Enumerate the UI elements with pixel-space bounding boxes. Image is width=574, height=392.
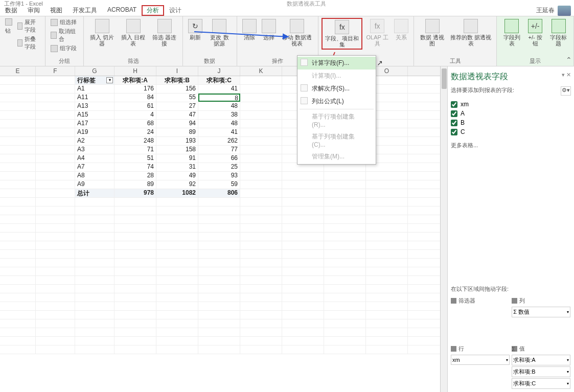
cell[interactable] <box>36 233 75 241</box>
cell[interactable] <box>36 163 75 171</box>
cell[interactable] <box>0 146 36 154</box>
col-header-A[interactable]: 求和项:A <box>114 76 156 84</box>
ungroup-button[interactable]: 取消组合 <box>49 27 81 43</box>
row-label[interactable]: A8 <box>75 172 114 180</box>
cell[interactable] <box>36 137 75 145</box>
cell[interactable] <box>198 337 240 345</box>
value-cell[interactable]: 61 <box>114 102 156 110</box>
cell[interactable] <box>324 328 366 336</box>
cell[interactable] <box>36 146 75 154</box>
cell[interactable] <box>282 345 324 354</box>
cell[interactable] <box>114 293 156 302</box>
value-cell[interactable]: 49 <box>156 172 198 180</box>
row-label[interactable]: A15 <box>75 111 114 119</box>
row-label[interactable]: A19 <box>75 128 114 136</box>
cell[interactable] <box>324 259 366 267</box>
cell[interactable] <box>0 102 36 110</box>
cell[interactable] <box>198 267 240 275</box>
relations-button[interactable]: 关系 <box>392 18 410 41</box>
cell[interactable] <box>75 311 114 319</box>
cell[interactable] <box>240 250 282 258</box>
value-cell[interactable]: 4 <box>114 111 156 119</box>
cell[interactable] <box>36 259 75 267</box>
filter-conn-button[interactable]: 筛选 器连接 <box>149 18 179 48</box>
cell[interactable] <box>0 311 36 319</box>
cell[interactable] <box>156 241 198 249</box>
cell[interactable] <box>240 328 282 336</box>
pm-buttons-button[interactable]: +/-+/- 按钮 <box>525 18 546 48</box>
cell[interactable] <box>36 94 75 102</box>
col-header-C[interactable]: 求和项:C <box>198 76 240 84</box>
value-cell[interactable]: 27 <box>156 102 198 110</box>
cell[interactable] <box>282 267 324 275</box>
cell[interactable] <box>240 311 282 319</box>
row-label[interactable]: A3 <box>75 146 114 154</box>
cell[interactable] <box>324 311 366 319</box>
values-zone[interactable]: Σ值 求和项:A▾求和项:B▾求和项:C▾ <box>512 343 570 390</box>
cell[interactable] <box>114 241 156 249</box>
cell[interactable] <box>366 215 408 223</box>
cell[interactable] <box>0 302 36 310</box>
cell[interactable] <box>240 302 282 310</box>
cell[interactable] <box>36 198 75 206</box>
cell[interactable] <box>0 198 36 206</box>
row-label[interactable]: A11 <box>75 94 114 102</box>
cell[interactable] <box>282 172 324 180</box>
cell[interactable] <box>75 337 114 345</box>
cell[interactable] <box>282 328 324 336</box>
cell[interactable] <box>156 345 198 354</box>
cell[interactable] <box>0 206 36 215</box>
value-cell[interactable]: 38 <box>198 111 240 119</box>
col-header-B[interactable]: 求和项:B <box>156 76 198 84</box>
cell[interactable] <box>240 259 282 267</box>
cell[interactable] <box>240 180 282 189</box>
value-cell[interactable]: 77 <box>198 146 240 154</box>
cell[interactable] <box>0 319 36 328</box>
cell[interactable] <box>0 250 36 258</box>
cell[interactable] <box>0 215 36 223</box>
cell[interactable] <box>282 302 324 310</box>
expand-field-button[interactable]: 展开字段 <box>15 18 42 34</box>
value-cell[interactable]: 248 <box>114 137 156 145</box>
cell[interactable] <box>0 241 36 249</box>
more-tables-link[interactable]: 更多表格... <box>451 139 571 152</box>
cell[interactable] <box>36 328 75 336</box>
refresh-button[interactable]: ↻刷新 <box>186 18 204 41</box>
cell[interactable] <box>0 85 36 93</box>
cell[interactable] <box>156 328 198 336</box>
cell[interactable] <box>282 180 324 189</box>
row-label[interactable]: A17 <box>75 120 114 128</box>
grand-total[interactable]: 978 <box>114 189 156 197</box>
value-cell[interactable]: 24 <box>114 128 156 136</box>
tab-dev[interactable]: 开发工具 <box>67 5 102 16</box>
cell[interactable] <box>282 215 324 223</box>
cell[interactable] <box>36 154 75 163</box>
grand-total[interactable]: 1082 <box>156 189 198 197</box>
cell[interactable] <box>0 276 36 284</box>
cell[interactable] <box>240 163 282 171</box>
cell[interactable] <box>198 285 240 293</box>
cell[interactable] <box>324 319 366 328</box>
cell[interactable] <box>366 328 408 336</box>
cell[interactable] <box>282 233 324 241</box>
value-cell[interactable]: 176 <box>114 85 156 93</box>
cell[interactable] <box>282 189 324 197</box>
cell[interactable] <box>240 224 282 232</box>
cell[interactable] <box>366 319 408 328</box>
cell[interactable] <box>240 267 282 275</box>
cell[interactable] <box>0 128 36 136</box>
cell[interactable] <box>282 241 324 249</box>
cell[interactable] <box>282 250 324 258</box>
cell[interactable] <box>366 180 408 189</box>
cell[interactable] <box>36 241 75 249</box>
value-cell[interactable]: 84 <box>114 94 156 102</box>
cell[interactable] <box>198 233 240 241</box>
cell[interactable] <box>156 311 198 319</box>
value-cell[interactable]: 91 <box>156 154 198 163</box>
cell[interactable] <box>0 259 36 267</box>
tab-analyze[interactable]: 分析 <box>142 5 164 16</box>
cell[interactable] <box>114 224 156 232</box>
menu-solve-order[interactable]: 求解次序(S)... <box>297 82 376 95</box>
cell[interactable] <box>198 198 240 206</box>
value-cell[interactable]: 41 <box>198 85 240 93</box>
